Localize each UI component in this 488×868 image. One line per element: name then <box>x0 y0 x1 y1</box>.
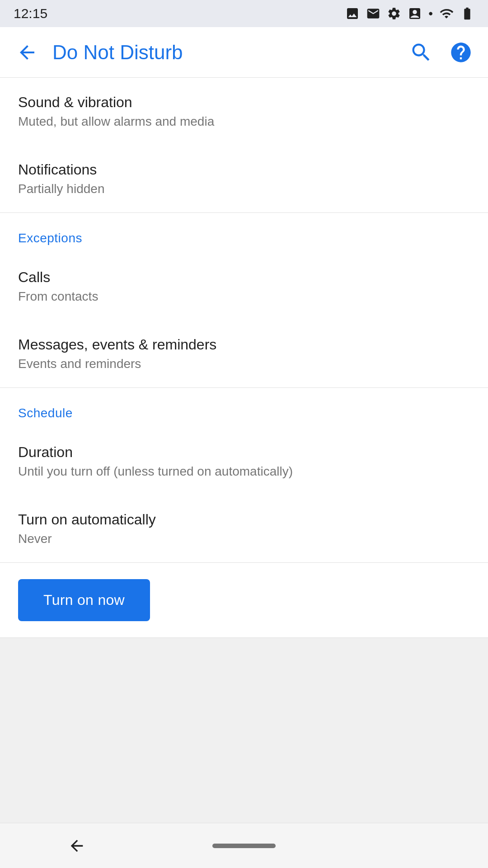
turn-on-automatically-title: Turn on automatically <box>18 511 470 528</box>
sound-vibration-title: Sound & vibration <box>18 94 470 111</box>
messages-title: Messages, events & reminders <box>18 336 470 353</box>
messages-item[interactable]: Messages, events & reminders Events and … <box>0 320 488 387</box>
search-icon <box>409 41 433 64</box>
sound-vibration-subtitle: Muted, but allow alarms and media <box>18 114 470 129</box>
page-title: Do Not Disturb <box>52 41 396 64</box>
help-icon <box>449 41 473 64</box>
notifications-subtitle: Partially hidden <box>18 182 470 196</box>
duration-item[interactable]: Duration Until you turn off (unless turn… <box>0 428 488 495</box>
nav-bar <box>0 823 488 868</box>
nav-back-icon <box>68 837 86 855</box>
content-area: Sound & vibration Muted, but allow alarm… <box>0 78 488 638</box>
bottom-spacer <box>0 638 488 683</box>
wifi-icon <box>439 6 454 21</box>
calls-subtitle: From contacts <box>18 289 470 304</box>
mail-icon <box>366 6 380 21</box>
help-button[interactable] <box>445 36 477 69</box>
exceptions-section-header: Exceptions <box>0 213 488 253</box>
status-bar: 12:15 • <box>0 0 488 27</box>
app-bar: Do Not Disturb <box>0 27 488 78</box>
button-container: Turn on now <box>0 563 488 637</box>
outlook-icon <box>408 6 422 21</box>
exceptions-label: Exceptions <box>18 231 82 245</box>
notifications-title: Notifications <box>18 161 470 178</box>
status-time: 12:15 <box>14 6 47 21</box>
duration-subtitle: Until you turn off (unless turned on aut… <box>18 464 470 479</box>
notifications-item[interactable]: Notifications Partially hidden <box>0 145 488 212</box>
back-button[interactable] <box>11 36 43 69</box>
app-bar-actions <box>405 36 477 69</box>
calls-item[interactable]: Calls From contacts <box>0 253 488 320</box>
duration-title: Duration <box>18 444 470 461</box>
search-button[interactable] <box>405 36 437 69</box>
turn-on-automatically-item[interactable]: Turn on automatically Never <box>0 495 488 562</box>
calls-title: Calls <box>18 269 470 286</box>
nav-back-button[interactable] <box>59 828 95 864</box>
schedule-section-header: Schedule <box>0 388 488 428</box>
schedule-label: Schedule <box>18 406 73 420</box>
gear-icon <box>387 6 401 21</box>
battery-icon <box>460 6 474 21</box>
messages-subtitle: Events and reminders <box>18 357 470 371</box>
notification-dot: • <box>428 6 433 21</box>
nav-home-pill[interactable] <box>212 844 276 848</box>
image-icon <box>345 6 360 21</box>
turn-on-now-button[interactable]: Turn on now <box>18 579 150 621</box>
sound-vibration-item[interactable]: Sound & vibration Muted, but allow alarm… <box>0 78 488 145</box>
back-icon <box>16 42 38 63</box>
status-icons: • <box>345 6 474 21</box>
turn-on-automatically-subtitle: Never <box>18 532 470 546</box>
